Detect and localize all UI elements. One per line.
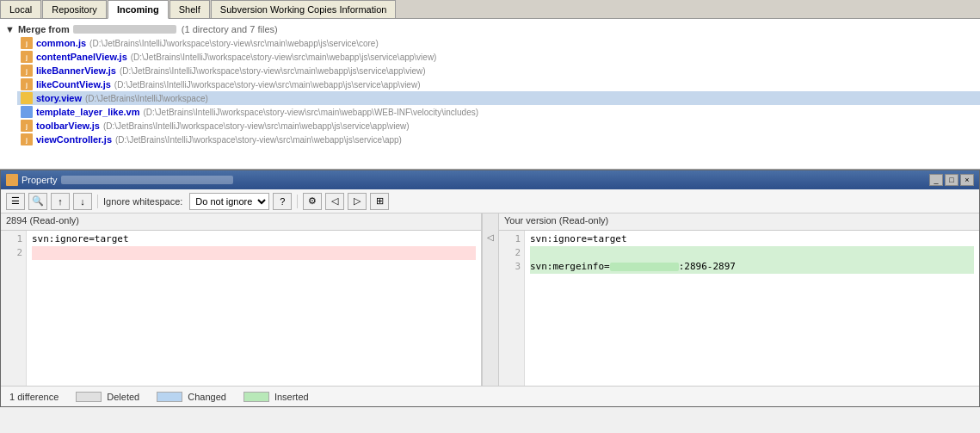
inserted-legend: Inserted [243,392,309,402]
right-code-area: svn:ignore=target svn:mergeinfo= :2896-2… [525,231,979,386]
right-diff-content[interactable]: 1 2 3 svn:ignore=target svn:mergeinfo= :… [499,231,979,386]
list-item[interactable]: j common.js (D:\JetBrains\IntelliJ\works… [17,36,980,50]
tab-incoming[interactable]: Incoming [108,0,169,19]
file-list: j common.js (D:\JetBrains\IntelliJ\works… [0,36,980,146]
left-panel-header: 2894 (Read-only) [1,213,481,231]
tab-svn[interactable]: Subversion Working Copies Information [211,0,397,18]
property-panel: Property _ □ × ☰ 🔍 ↑ ↓ Ignore whitespace… [0,170,980,407]
left-line-numbers: 1 2 [1,231,27,386]
copy-right-button[interactable]: ▷ [348,193,367,210]
prev-diff-button[interactable]: ↑ [51,193,70,210]
list-item[interactable]: j likeCountView.js (D:\JetBrains\Intelli… [17,77,980,91]
changed-swatch [157,392,182,402]
property-titlebar: Property _ □ × [1,170,979,189]
close-button[interactable]: × [960,174,974,186]
collapse-triangle[interactable]: ▼ [5,24,15,34]
changed-legend: Changed [157,392,226,402]
settings-button[interactable]: ☰ [6,193,25,210]
merge-header: ▼ Merge from (1 directory and 7 files) [0,22,980,36]
restore-button[interactable]: □ [945,174,958,186]
js-file-icon: j [21,78,33,90]
deleted-swatch [76,392,102,402]
diff-gutter: ◁ [482,213,499,386]
left-code-area: svn:ignore=target [27,231,481,386]
property-path-blurred [61,176,233,184]
left-diff-content[interactable]: 1 2 svn:ignore=target [1,231,481,386]
diff-toolbar: ☰ 🔍 ↑ ↓ Ignore whitespace: Do not ignore… [1,189,979,213]
js-file-icon: j [21,133,33,145]
next-diff-button[interactable]: ↓ [73,193,92,210]
list-item[interactable]: template_layer_like.vm (D:\JetBrains\Int… [17,105,980,119]
code-line: svn:ignore=target [32,232,476,246]
toolbar-separator-2 [297,195,298,208]
folder-icon [21,92,33,104]
help-button[interactable]: ? [273,193,292,210]
js-file-icon: j [21,37,33,49]
js-file-icon: j [21,65,33,77]
diff-right-panel: Your version (Read-only) 1 2 3 svn:ignor… [499,213,979,386]
js-file-icon: j [21,120,33,132]
deleted-legend: Deleted [76,392,139,402]
inserted-swatch [243,392,269,402]
arrow-left-icon[interactable]: ◁ [487,232,494,242]
list-item[interactable]: story.view (D:\JetBrains\IntelliJ\worksp… [17,91,980,105]
toolbar-separator [97,195,98,208]
merge-branch-blurred [73,25,176,34]
gear-button[interactable]: ⚙ [303,193,322,210]
code-line [530,246,974,260]
diff-count: 1 difference [9,392,59,402]
tab-bar: Local Repository Incoming Shelf Subversi… [0,0,980,19]
copy-left-button[interactable]: ◁ [325,193,344,210]
list-item[interactable]: j contentPanelView.js (D:\JetBrains\Inte… [17,50,980,64]
right-panel-header: Your version (Read-only) [499,213,979,231]
apply-button[interactable]: ⊞ [370,193,389,210]
js-file-icon: j [21,51,33,63]
minimize-button[interactable]: _ [929,174,943,186]
code-line: svn:ignore=target [530,232,974,246]
list-item[interactable]: j likeBannerView.js (D:\JetBrains\Intell… [17,64,980,77]
legend-bar: 1 difference Deleted Changed Inserted [1,386,979,406]
tab-repository[interactable]: Repository [42,0,107,18]
find-button[interactable]: 🔍 [28,193,47,210]
right-line-numbers: 1 2 3 [499,231,525,386]
code-line: svn:mergeinfo= :2896-2897 [530,260,974,274]
titlebar-buttons: _ □ × [929,174,974,186]
code-line [32,246,476,260]
file-tree-panel: ▼ Merge from (1 directory and 7 files) j… [0,19,980,170]
list-item[interactable]: j viewController.js (D:\JetBrains\Intell… [17,133,980,146]
tab-local[interactable]: Local [0,0,41,18]
diff-container: 2894 (Read-only) 1 2 svn:ignore=target ◁… [1,213,979,386]
diff-left-panel: 2894 (Read-only) 1 2 svn:ignore=target [1,213,482,386]
property-file-icon [6,174,18,186]
list-item[interactable]: j toolbarView.js (D:\JetBrains\IntelliJ\… [17,119,980,133]
tab-shelf[interactable]: Shelf [169,0,210,18]
vm-file-icon [21,106,33,118]
ignore-whitespace-select[interactable]: Do not ignore [189,193,269,210]
titlebar-left: Property [6,174,233,186]
